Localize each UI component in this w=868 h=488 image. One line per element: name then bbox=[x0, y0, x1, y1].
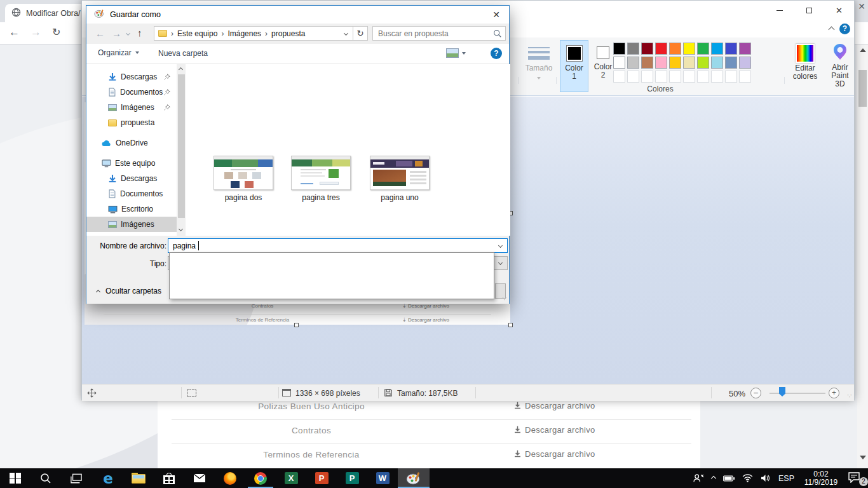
sidebar-item-imagenes[interactable]: Imágenes bbox=[86, 100, 177, 115]
scroll-down-icon[interactable] bbox=[179, 227, 183, 231]
color2-button[interactable]: Color 2 bbox=[590, 40, 616, 92]
ribbon-collapse-icon[interactable] bbox=[829, 27, 835, 33]
palette-swatch-empty[interactable] bbox=[739, 71, 751, 83]
taskbar-search-button[interactable] bbox=[31, 468, 61, 488]
volume-icon[interactable] bbox=[761, 474, 771, 482]
taskbar-chrome-icon[interactable] bbox=[245, 468, 276, 488]
filename-dropdown-icon[interactable] bbox=[498, 243, 503, 248]
zoom-slider-handle[interactable] bbox=[779, 387, 785, 396]
taskbar-mail-icon[interactable] bbox=[184, 468, 215, 488]
battery-icon[interactable] bbox=[723, 475, 735, 482]
canvas-handle-bottom[interactable] bbox=[294, 323, 299, 327]
palette-swatch[interactable] bbox=[683, 57, 695, 69]
taskbar-word-icon[interactable]: W bbox=[367, 468, 398, 488]
search-box[interactable] bbox=[372, 26, 506, 41]
palette-swatch[interactable] bbox=[711, 57, 723, 69]
color1-button[interactable]: Color 1 bbox=[560, 40, 588, 92]
taskbar-publisher-icon[interactable]: P bbox=[337, 468, 367, 488]
clock[interactable]: 0:02 11/9/2019 bbox=[802, 470, 840, 487]
palette-swatch-empty[interactable] bbox=[613, 71, 625, 83]
taskbar-store-icon[interactable] bbox=[154, 468, 184, 488]
palette-swatch-empty[interactable] bbox=[711, 71, 723, 83]
task-view-button[interactable] bbox=[61, 468, 92, 488]
wifi-icon[interactable] bbox=[742, 474, 753, 482]
sidebar-item-propuesta[interactable]: propuesta bbox=[86, 115, 177, 130]
sidebar-item-documentos-2[interactable]: Documentos bbox=[86, 186, 177, 201]
sidebar-item-escritorio[interactable]: Escritorio bbox=[86, 201, 177, 217]
palette-swatch-empty[interactable] bbox=[669, 71, 681, 83]
start-button[interactable] bbox=[0, 468, 31, 488]
hide-folders-button[interactable]: Ocultar carpetas bbox=[97, 287, 161, 295]
breadcrumb-mid[interactable]: Imágenes bbox=[227, 29, 261, 38]
size-button[interactable]: Tamaño bbox=[523, 40, 555, 92]
sidebar-item-imagenes-2[interactable]: Imágenes bbox=[86, 217, 177, 232]
resize-grip-icon[interactable]: ⸪ bbox=[848, 392, 852, 400]
organize-button[interactable]: Organizar bbox=[98, 48, 139, 57]
file-item[interactable]: pagina dos bbox=[207, 156, 280, 202]
breadcrumb[interactable]: › Este equipo › Imágenes › propuesta bbox=[154, 26, 353, 41]
palette-swatch[interactable] bbox=[627, 57, 639, 69]
refresh-button[interactable]: ↻ bbox=[353, 26, 368, 41]
nav-forward-icon[interactable]: → bbox=[112, 28, 121, 39]
palette-swatch[interactable] bbox=[613, 43, 625, 55]
dialog-resize-grip-icon[interactable]: ⸪ bbox=[503, 295, 506, 302]
search-icon[interactable] bbox=[493, 29, 502, 40]
palette-swatch-empty[interactable] bbox=[627, 71, 639, 83]
palette-swatch[interactable] bbox=[725, 43, 737, 55]
scroll-up-icon[interactable] bbox=[179, 67, 183, 72]
open-paint3d-button[interactable]: Abrir Paint 3D bbox=[825, 40, 855, 92]
edit-colors-button[interactable]: Editar colores bbox=[789, 40, 822, 92]
download-link[interactable]: Descargar archivo bbox=[513, 401, 595, 410]
taskbar-edge-icon[interactable]: e bbox=[93, 468, 123, 488]
zoom-in-button[interactable]: + bbox=[829, 388, 839, 398]
sidebar-item-descargas-2[interactable]: Descargas bbox=[86, 171, 177, 186]
search-input[interactable] bbox=[373, 27, 487, 40]
minimize-button[interactable] bbox=[764, 1, 794, 20]
taskbar-excel-icon[interactable]: X bbox=[276, 468, 306, 488]
palette-swatch[interactable] bbox=[697, 43, 709, 55]
palette-swatch[interactable] bbox=[669, 57, 681, 69]
sidebar-item-este-equipo[interactable]: Este equipo bbox=[86, 156, 177, 171]
palette-swatch[interactable] bbox=[739, 43, 751, 55]
palette-swatch[interactable] bbox=[655, 43, 667, 55]
nav-back-icon[interactable]: ← bbox=[95, 28, 105, 39]
scrollbar-up-icon[interactable] bbox=[860, 48, 866, 52]
sidebar-item-onedrive[interactable]: OneDrive bbox=[86, 135, 177, 151]
palette-swatch-empty[interactable] bbox=[641, 71, 653, 83]
scroll-thumb[interactable] bbox=[178, 74, 185, 218]
palette-swatch[interactable] bbox=[711, 43, 723, 55]
action-center-button[interactable]: 2 bbox=[848, 472, 865, 485]
dialog-close-icon[interactable]: ✕ bbox=[492, 10, 500, 20]
palette-swatch[interactable] bbox=[669, 43, 681, 55]
breadcrumb-root[interactable]: Este equipo bbox=[177, 29, 217, 38]
palette-swatch[interactable] bbox=[739, 57, 751, 69]
palette-swatch-empty[interactable] bbox=[697, 71, 709, 83]
zoom-slider-track[interactable] bbox=[770, 393, 825, 394]
views-button[interactable] bbox=[446, 48, 466, 58]
sidebar-scrollbar[interactable] bbox=[177, 64, 186, 236]
tray-expand-icon[interactable] bbox=[711, 475, 716, 480]
help-icon[interactable]: ? bbox=[839, 24, 850, 34]
sidebar-item-descargas[interactable]: Descargas bbox=[86, 69, 177, 85]
breadcrumb-leaf[interactable]: propuesta bbox=[271, 29, 305, 38]
taskbar-file-explorer-icon[interactable] bbox=[123, 468, 154, 488]
filename-combobox[interactable]: pagina bbox=[168, 238, 508, 253]
palette-swatch[interactable] bbox=[613, 57, 625, 69]
filetype-dropdown-icon[interactable] bbox=[498, 261, 503, 265]
nav-up-icon[interactable]: ↑ bbox=[137, 27, 142, 38]
filename-suggestions-dropdown[interactable] bbox=[169, 252, 494, 299]
file-item[interactable]: pagina uno bbox=[363, 156, 437, 202]
palette-swatch[interactable] bbox=[683, 43, 695, 55]
palette-swatch[interactable] bbox=[725, 57, 737, 69]
palette-swatch[interactable] bbox=[697, 57, 709, 69]
people-icon[interactable] bbox=[693, 473, 704, 483]
download-link[interactable]: Descargar archivo bbox=[513, 425, 595, 435]
palette-swatch[interactable] bbox=[641, 43, 653, 55]
download-link[interactable]: Descargar archivo bbox=[513, 449, 595, 459]
zoom-out-button[interactable]: – bbox=[750, 388, 761, 398]
browser-reload-icon[interactable]: ↻ bbox=[52, 26, 60, 38]
palette-swatch[interactable] bbox=[641, 57, 653, 69]
new-folder-button[interactable]: Nueva carpeta bbox=[158, 49, 208, 58]
palette-swatch[interactable] bbox=[627, 43, 639, 55]
browser-close-icon[interactable]: ✕ bbox=[858, 1, 865, 11]
